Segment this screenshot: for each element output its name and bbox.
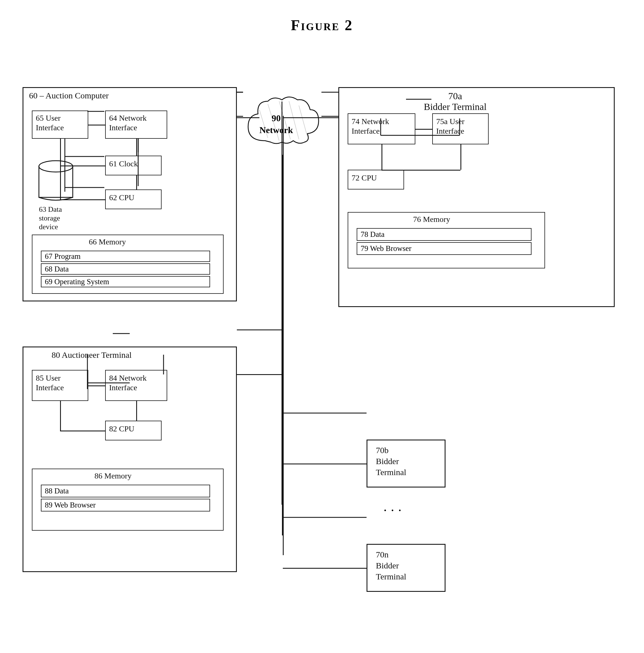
auction-computer-box: 60 – Auction Computer 65 User Interface …: [23, 87, 237, 301]
auctioneer-terminal-label: 80 Auctioneer Terminal: [52, 350, 132, 360]
memory-box-66: 66 Memory 67 Program 68 Data 69 Operatin…: [32, 235, 223, 294]
network-cloud: 90 Network: [242, 93, 321, 155]
network-interface-label-64: 64 Network Interface: [109, 113, 147, 132]
cpu-label-62: 62 CPU: [109, 193, 134, 202]
data-storage-cylinder: 63 Data storage device: [38, 159, 74, 203]
network-interface-box-64: 64 Network Interface: [105, 111, 167, 139]
memory-box-76: 76 Memory 78 Data 79 Web Browser: [348, 212, 545, 268]
web-browser-item-79: 79 Web Browser: [357, 242, 531, 255]
user-interface-box-65: 65 User Interface: [32, 111, 88, 139]
cpu-label-72: 72 CPU: [352, 173, 377, 183]
memory-label-66: 66 Memory: [89, 237, 126, 246]
web-browser-item-89: 89 Web Browser: [41, 499, 210, 511]
clock-label: 61 Clock: [109, 159, 138, 169]
program-item: 67 Program: [41, 251, 210, 262]
bidder-terminal-a-box: 70a Bidder Terminal 74 Network Interface…: [338, 87, 615, 307]
data-item-68: 68 Data: [41, 263, 210, 275]
user-interface-box-75a: 75a User Interface: [432, 113, 488, 144]
auctioneer-terminal-box: 80 Auctioneer Terminal 85 User Interface…: [23, 346, 237, 572]
cpu-box-82: 82 CPU: [105, 421, 162, 440]
bidder-terminal-a-label: 70a Bidder Terminal: [424, 91, 487, 112]
data-item-88: 88 Data: [41, 485, 210, 498]
bidder-terminal-n-label: 70n Bidder Terminal: [376, 549, 406, 582]
cpu-box-72: 72 CPU: [348, 170, 404, 190]
memory-label-76: 76 Memory: [413, 215, 450, 224]
user-interface-label-75a: 75a User Interface: [436, 117, 464, 136]
network-interface-label-84: 84 Network Interface: [109, 373, 147, 392]
clock-box: 61 Clock: [105, 155, 162, 175]
network-interface-box-74: 74 Network Interface: [348, 113, 415, 144]
svg-point-1: [39, 161, 73, 172]
network-interface-box-84: 84 Network Interface: [105, 370, 167, 401]
data-item-78: 78 Data: [357, 228, 531, 241]
network-label: 90 Network: [259, 113, 293, 135]
network-interface-label-74: 74 Network Interface: [352, 117, 389, 136]
bidder-terminal-n-box: 70n Bidder Terminal: [366, 544, 446, 592]
bidder-terminal-b-box: 70b Bidder Terminal: [366, 440, 446, 487]
ellipsis: ...: [383, 499, 405, 514]
user-interface-box-85: 85 User Interface: [32, 370, 88, 401]
page-title: Figure 2: [0, 17, 644, 33]
data-storage-label: 63 Data storage device: [39, 205, 62, 232]
memory-box-86: 86 Memory 88 Data 89 Web Browser: [32, 468, 223, 531]
user-interface-label-85: 85 User Interface: [36, 373, 64, 392]
user-interface-label-65: 65 User Interface: [36, 113, 64, 132]
bidder-terminal-b-label: 70b Bidder Terminal: [376, 445, 406, 478]
os-item: 69 Operating System: [41, 276, 210, 287]
auction-computer-label: 60 – Auction Computer: [29, 91, 109, 100]
memory-label-86: 86 Memory: [94, 471, 132, 480]
cpu-label-82: 82 CPU: [109, 424, 134, 434]
cpu-box-62: 62 CPU: [105, 190, 162, 209]
